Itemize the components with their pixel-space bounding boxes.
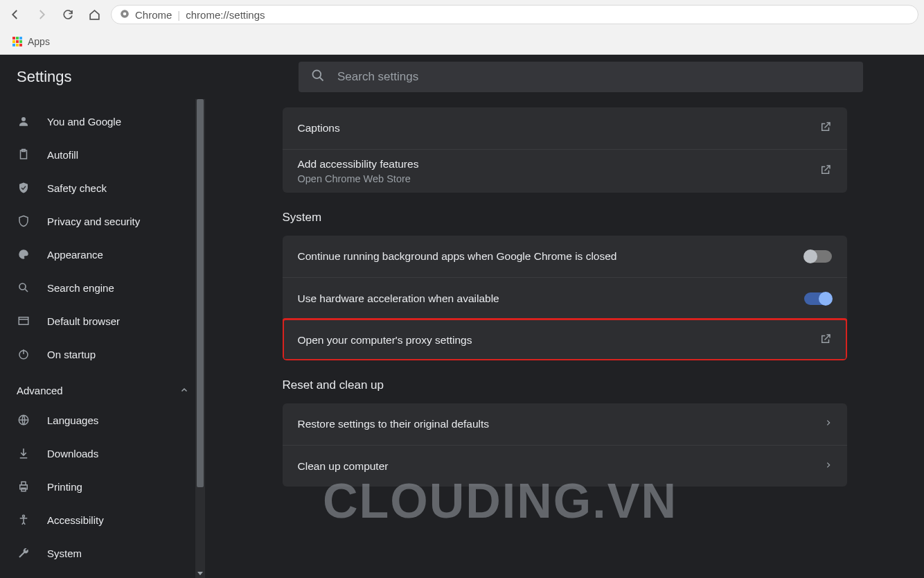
sidebar-item-languages[interactable]: Languages bbox=[0, 403, 205, 437]
svg-line-3 bbox=[320, 78, 323, 81]
palette-icon bbox=[17, 248, 30, 261]
cleanup-label: Clean up computer bbox=[298, 460, 825, 473]
print-icon bbox=[17, 480, 30, 493]
page-title: Settings bbox=[17, 68, 299, 86]
sidebar-item-label: Search engine bbox=[47, 282, 114, 294]
sidebar-item-label: Appearance bbox=[47, 249, 103, 261]
accessibility-icon bbox=[17, 514, 30, 526]
sidebar-section-advanced[interactable]: Advanced bbox=[0, 371, 205, 403]
sidebar-item-label: Privacy and security bbox=[47, 216, 140, 227]
browser-icon bbox=[17, 315, 30, 327]
captions-row[interactable]: Captions bbox=[283, 107, 847, 149]
sidebar-item-downloads[interactable]: Downloads bbox=[0, 437, 205, 470]
sidebar-item-you-and-google[interactable]: You and Google bbox=[0, 105, 205, 138]
sidebar-item-label: Languages bbox=[47, 414, 98, 426]
chevron-right-icon bbox=[825, 460, 832, 473]
sidebar-item-label: Printing bbox=[47, 481, 82, 493]
bg-apps-row[interactable]: Continue running background apps when Go… bbox=[283, 236, 847, 277]
sidebar-item-safety-check[interactable]: Safety check bbox=[0, 171, 205, 204]
cleanup-row[interactable]: Clean up computer bbox=[283, 445, 847, 487]
home-button[interactable] bbox=[85, 5, 104, 24]
external-link-icon bbox=[819, 121, 832, 136]
sidebar-item-label: You and Google bbox=[47, 116, 121, 128]
svg-point-7 bbox=[19, 283, 26, 290]
settings-app: Settings You and Google Autofill bbox=[0, 55, 924, 578]
external-link-icon bbox=[819, 333, 832, 348]
sidebar: You and Google Autofill Safety check Pri… bbox=[0, 99, 205, 578]
sidebar-item-accessibility[interactable]: Accessibility bbox=[0, 503, 205, 536]
bg-apps-toggle[interactable] bbox=[804, 250, 832, 263]
sidebar-item-label: Safety check bbox=[47, 182, 107, 194]
sidebar-item-printing[interactable]: Printing bbox=[0, 470, 205, 503]
sidebar-item-privacy[interactable]: Privacy and security bbox=[0, 204, 205, 238]
chrome-icon bbox=[120, 9, 130, 21]
proxy-settings-row[interactable]: Open your computer's proxy settings bbox=[283, 319, 847, 360]
reset-heading: Reset and clean up bbox=[283, 378, 847, 392]
add-accessibility-row[interactable]: Add accessibility features Open Chrome W… bbox=[283, 149, 847, 193]
chevron-up-icon bbox=[180, 385, 188, 396]
search-settings[interactable] bbox=[299, 62, 863, 92]
sidebar-item-label: On startup bbox=[47, 349, 96, 360]
globe-icon bbox=[17, 414, 30, 426]
hw-accel-label: Use hardware acceleration when available bbox=[298, 292, 804, 305]
restore-defaults-row[interactable]: Restore settings to their original defau… bbox=[283, 403, 847, 445]
shield-icon bbox=[17, 215, 30, 227]
svg-line-8 bbox=[25, 289, 28, 292]
person-icon bbox=[17, 115, 30, 128]
external-link-icon bbox=[819, 164, 832, 179]
sidebar-item-default-browser[interactable]: Default browser bbox=[0, 304, 205, 338]
sidebar-item-label: System bbox=[47, 548, 82, 559]
system-heading: System bbox=[283, 211, 847, 225]
sidebar-item-on-startup[interactable]: On startup bbox=[0, 338, 205, 371]
wrench-icon bbox=[17, 547, 30, 559]
proxy-label: Open your computer's proxy settings bbox=[298, 334, 819, 347]
search-icon bbox=[311, 69, 325, 85]
settings-header: Settings bbox=[0, 55, 924, 99]
sidebar-item-system[interactable]: System bbox=[0, 536, 205, 570]
restore-label: Restore settings to their original defau… bbox=[298, 418, 825, 430]
sidebar-scrollbar[interactable] bbox=[195, 99, 205, 578]
sidebar-item-autofill[interactable]: Autofill bbox=[0, 138, 205, 171]
address-bar[interactable]: Chrome | chrome://settings bbox=[111, 5, 918, 24]
add-a11y-title: Add accessibility features bbox=[298, 158, 819, 170]
sidebar-item-appearance[interactable]: Appearance bbox=[0, 238, 205, 271]
sidebar-item-search-engine[interactable]: Search engine bbox=[0, 271, 205, 304]
captions-label: Captions bbox=[298, 122, 819, 134]
add-a11y-subtitle: Open Chrome Web Store bbox=[298, 173, 819, 184]
svg-rect-15 bbox=[21, 482, 26, 485]
address-origin: Chrome bbox=[135, 9, 172, 21]
hw-accel-row[interactable]: Use hardware acceleration when available bbox=[283, 277, 847, 319]
reload-button[interactable] bbox=[58, 5, 78, 24]
shield-check-icon bbox=[17, 182, 30, 194]
hw-accel-toggle[interactable] bbox=[804, 292, 832, 305]
download-icon bbox=[17, 447, 30, 459]
svg-point-2 bbox=[313, 71, 321, 79]
clipboard-icon bbox=[17, 148, 30, 161]
bg-apps-label: Continue running background apps when Go… bbox=[298, 250, 804, 263]
sidebar-item-label: Autofill bbox=[47, 149, 78, 161]
bookmarks-bar: Apps bbox=[0, 29, 924, 54]
forward-button[interactable] bbox=[32, 5, 51, 24]
power-icon bbox=[17, 348, 30, 360]
svg-point-4 bbox=[21, 117, 26, 121]
search-input[interactable] bbox=[337, 70, 851, 84]
chevron-right-icon bbox=[825, 418, 832, 430]
sidebar-item-label: Downloads bbox=[47, 448, 98, 459]
browser-chrome: Chrome | chrome://settings Apps bbox=[0, 0, 924, 55]
address-url: chrome://settings bbox=[186, 9, 265, 21]
svg-point-17 bbox=[23, 515, 25, 517]
section-label: Advanced bbox=[17, 385, 63, 396]
apps-icon[interactable] bbox=[12, 37, 22, 46]
back-button[interactable] bbox=[6, 5, 25, 24]
settings-content: Captions Add accessibility features Open… bbox=[205, 99, 924, 578]
sidebar-item-label: Default browser bbox=[47, 315, 120, 327]
apps-label[interactable]: Apps bbox=[28, 36, 50, 47]
svg-rect-9 bbox=[19, 317, 28, 325]
sidebar-item-label: Accessibility bbox=[47, 514, 104, 526]
svg-point-1 bbox=[123, 12, 127, 15]
search-icon bbox=[17, 281, 30, 294]
